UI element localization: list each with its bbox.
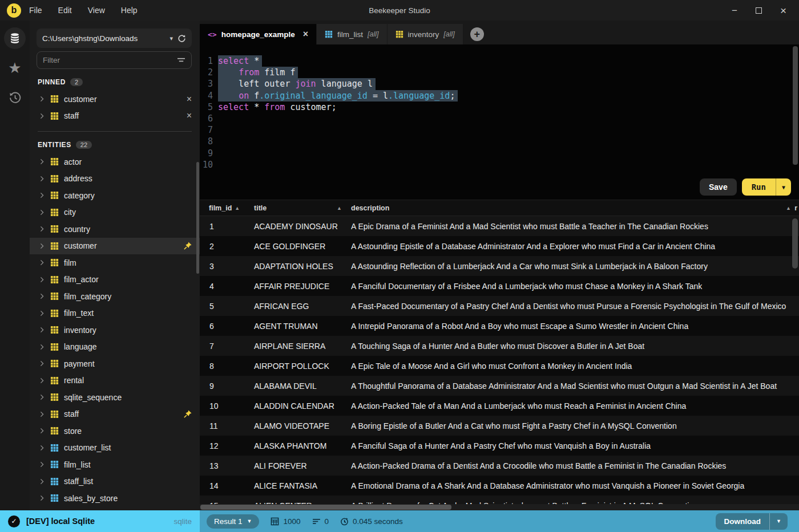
code-line[interactable]: 5 select * from customer; xyxy=(200,101,799,113)
cell-description[interactable]: A Astounding Epistle of a Database Admin… xyxy=(351,242,799,251)
sort-asc-icon[interactable]: ▲ xyxy=(235,205,240,211)
code-line[interactable]: 3 left outer join language l xyxy=(200,78,799,90)
download-options-caret-icon[interactable]: ▼ xyxy=(769,513,788,530)
entity-item[interactable]: payment xyxy=(30,355,200,372)
entity-item[interactable]: film xyxy=(30,254,200,271)
cell-title[interactable]: ACADEMY DINOSAUR xyxy=(254,222,351,231)
filter-icon[interactable] xyxy=(177,56,185,64)
cell-film-id[interactable]: 13 xyxy=(200,461,254,470)
chevron-right-icon[interactable] xyxy=(39,310,45,316)
table-row[interactable]: 6 AGENT TRUMAN A Intrepid Panorama of a … xyxy=(200,316,799,336)
entity-item[interactable]: staff_list xyxy=(30,473,200,490)
favorites-star-icon[interactable]: ★ xyxy=(4,57,26,79)
chevron-right-icon[interactable] xyxy=(39,411,45,417)
minimize-icon[interactable]: − xyxy=(732,6,737,15)
entity-item[interactable]: store xyxy=(30,423,200,440)
cell-title[interactable]: ALASKA PHANTOM xyxy=(254,441,351,450)
cell-film-id[interactable]: 7 xyxy=(200,342,254,351)
cell-film-id[interactable]: 4 xyxy=(200,282,254,291)
cell-description[interactable]: A Intrepid Panorama of a Robot And a Boy… xyxy=(351,322,799,331)
entity-item[interactable]: rental xyxy=(30,372,200,389)
table-row[interactable]: 11 ALAMO VIDEOTAPE A Boring Epistle of a… xyxy=(200,416,799,436)
database-icon[interactable] xyxy=(4,27,26,49)
chevron-right-icon[interactable] xyxy=(39,113,45,119)
code-line[interactable]: 7 xyxy=(200,124,799,136)
code-area[interactable]: 1 select * 2 from film f 3 left outer jo… xyxy=(200,44,799,170)
column-header-film-id[interactable]: film_id ▲ xyxy=(200,204,254,212)
entity-item[interactable]: language xyxy=(30,339,200,356)
chevron-right-icon[interactable] xyxy=(39,176,45,182)
new-tab-button[interactable]: + xyxy=(470,27,484,41)
code-line[interactable]: 10 xyxy=(200,159,799,170)
sql-editor[interactable]: 1 select * 2 from film f 3 left outer jo… xyxy=(200,44,799,200)
entity-item[interactable]: staff xyxy=(30,406,200,423)
cell-description[interactable]: A Action-Packed Tale of a Man And a Lumb… xyxy=(351,401,799,411)
chevron-right-icon[interactable] xyxy=(39,478,45,485)
chevron-right-icon[interactable] xyxy=(39,209,45,216)
sort-asc-icon[interactable]: ▲ xyxy=(337,205,342,211)
entity-item[interactable]: film_actor xyxy=(30,271,200,289)
cell-film-id[interactable]: 14 xyxy=(200,481,254,490)
cell-film-id[interactable]: 12 xyxy=(200,441,254,450)
cell-description[interactable]: A Boring Epistle of a Butler And a Cat w… xyxy=(351,421,799,431)
chevron-right-icon[interactable] xyxy=(39,259,45,266)
entity-item[interactable]: country xyxy=(30,221,200,238)
entity-item[interactable]: sales_by_store xyxy=(30,490,200,507)
result-selector-button[interactable]: Result 1 ▼ xyxy=(207,514,259,529)
cell-description[interactable]: A Astounding Reflection of a Lumberjack … xyxy=(351,262,799,271)
code-line[interactable]: 2 from film f xyxy=(200,67,799,78)
chevron-right-icon[interactable] xyxy=(39,226,45,232)
maximize-icon[interactable] xyxy=(756,7,762,14)
entity-item[interactable]: address xyxy=(30,170,200,188)
cell-description[interactable]: A Thoughtful Panorama of a Database Admi… xyxy=(351,381,799,391)
results-vertical-scrollbar[interactable] xyxy=(792,218,798,269)
chevron-right-icon[interactable] xyxy=(39,461,45,468)
cell-film-id[interactable]: 10 xyxy=(200,401,254,411)
cell-description[interactable]: A Epic Tale of a Moose And a Girl who mu… xyxy=(351,362,799,371)
sidebar-scrollbar[interactable] xyxy=(196,162,199,274)
pin-icon[interactable] xyxy=(184,242,192,250)
chevron-right-icon[interactable] xyxy=(39,495,45,501)
pinned-item[interactable]: staff × xyxy=(30,108,200,125)
cell-title[interactable]: ACE GOLDFINGER xyxy=(254,242,351,251)
cell-description[interactable]: A Fanciful Saga of a Hunter And a Pastry… xyxy=(351,441,799,450)
cell-description[interactable]: A Action-Packed Drama of a Dentist And a… xyxy=(351,461,799,470)
column-header-title[interactable]: title ▲ xyxy=(254,204,351,212)
chevron-right-icon[interactable] xyxy=(39,327,45,333)
chevron-right-icon[interactable] xyxy=(39,360,45,367)
cell-title[interactable]: ADAPTATION HOLES xyxy=(254,262,351,271)
download-button-group[interactable]: Download ▼ xyxy=(716,513,788,530)
table-row[interactable]: 14 ALICE FANTASIA A Emotional Drama of a… xyxy=(200,476,799,496)
entity-item[interactable]: inventory xyxy=(30,322,200,339)
cell-title[interactable]: ALADDIN CALENDAR xyxy=(254,401,351,411)
chevron-right-icon[interactable] xyxy=(39,293,45,299)
chevron-right-icon[interactable] xyxy=(39,159,45,165)
cell-film-id[interactable]: 9 xyxy=(200,381,254,391)
cell-title[interactable]: AIRPLANE SIERRA xyxy=(254,342,351,351)
cell-title[interactable]: AGENT TRUMAN xyxy=(254,322,351,331)
chevron-right-icon[interactable] xyxy=(39,96,45,102)
cell-title[interactable]: ALABAMA DEVIL xyxy=(254,381,351,391)
cell-title[interactable]: ALAMO VIDEOTAPE xyxy=(254,421,351,431)
entity-item[interactable]: film_text xyxy=(30,305,200,322)
save-button[interactable]: Save xyxy=(700,178,737,196)
cell-film-id[interactable]: 3 xyxy=(200,262,254,271)
cell-description[interactable]: A Emotional Drama of a A Shark And a Dat… xyxy=(351,481,799,490)
cell-title[interactable]: AFFAIR PREJUDICE xyxy=(254,282,351,291)
unpin-close-icon[interactable]: × xyxy=(187,94,192,104)
connection-status[interactable]: ✓ [DEV] local Sqlite sqlite xyxy=(0,510,200,532)
chevron-right-icon[interactable] xyxy=(39,243,45,249)
scrollbar-thumb[interactable] xyxy=(200,505,451,510)
filter-input[interactable] xyxy=(43,56,177,64)
chevron-right-icon[interactable] xyxy=(39,445,45,451)
chevron-down-icon[interactable]: ▾ xyxy=(170,35,173,42)
table-row[interactable]: 3 ADAPTATION HOLES A Astounding Reflecti… xyxy=(200,256,799,276)
chevron-right-icon[interactable] xyxy=(39,377,45,384)
pin-icon[interactable] xyxy=(184,410,192,418)
entity-item[interactable]: sqlite_sequence xyxy=(30,389,200,406)
cell-film-id[interactable]: 5 xyxy=(200,302,254,311)
results-horizontal-scrollbar[interactable] xyxy=(200,504,799,510)
entity-item[interactable]: customer xyxy=(30,238,200,255)
cell-description[interactable]: A Fast-Paced Documentary of a Pastry Che… xyxy=(351,302,799,311)
entity-item[interactable]: city xyxy=(30,204,200,221)
